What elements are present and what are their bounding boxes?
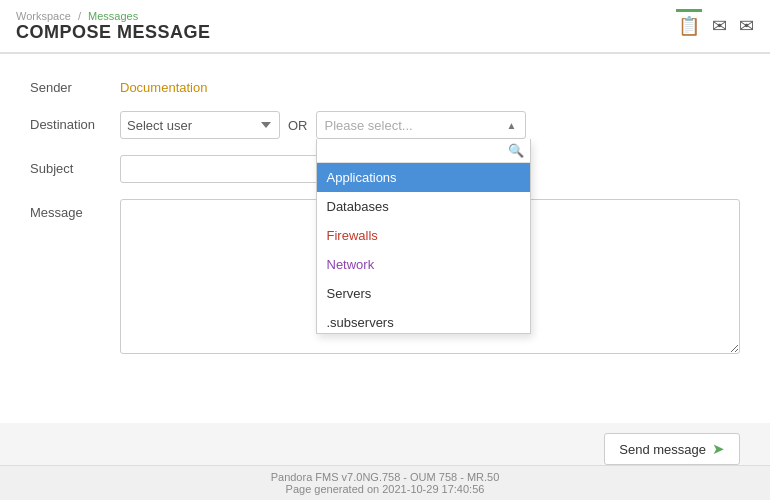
dropdown-item-servers[interactable]: Servers xyxy=(317,279,530,308)
select-user-dropdown[interactable]: Select user xyxy=(120,111,280,139)
sender-value: Documentation xyxy=(120,74,207,95)
outbox-icon[interactable]: ✉ xyxy=(739,17,754,35)
sender-row: Sender Documentation xyxy=(30,74,740,95)
subject-label: Subject xyxy=(30,155,120,176)
send-icon: ➤ xyxy=(712,440,725,458)
group-dropdown-placeholder: Please select... xyxy=(325,118,413,133)
top-bar-left: Workspace / Messages COMPOSE MESSAGE xyxy=(16,10,211,43)
sender-controls: Documentation xyxy=(120,74,740,95)
send-row: Send message ➤ xyxy=(0,423,770,465)
top-bar: Workspace / Messages COMPOSE MESSAGE 📋 ✉… xyxy=(0,0,770,54)
dropdown-panel: 🔍 Applications Databases Firewalls Netwo… xyxy=(316,139,531,334)
destination-row: Destination Select user OR Please select… xyxy=(30,111,740,139)
breadcrumb-sep: / xyxy=(78,10,81,22)
dropdown-arrow-icon: ▲ xyxy=(507,120,517,131)
page-title: COMPOSE MESSAGE xyxy=(16,22,211,43)
breadcrumb-workspace[interactable]: Workspace xyxy=(16,10,71,22)
dropdown-item-applications[interactable]: Applications xyxy=(317,163,530,192)
breadcrumb-current[interactable]: Messages xyxy=(88,10,138,22)
sender-label: Sender xyxy=(30,74,120,95)
or-label: OR xyxy=(288,118,308,133)
footer: Pandora FMS v7.0NG.758 - OUM 758 - MR.50… xyxy=(0,465,770,500)
group-dropdown-trigger[interactable]: Please select... ▲ xyxy=(316,111,526,139)
main-content: Sender Documentation Destination Select … xyxy=(0,54,770,423)
dropdown-search-input[interactable] xyxy=(323,144,508,158)
destination-controls: Select user OR Please select... ▲ 🔍 Appl… xyxy=(120,111,740,139)
destination-label: Destination xyxy=(30,111,120,132)
dropdown-item-network[interactable]: Network xyxy=(317,250,530,279)
dropdown-list: Applications Databases Firewalls Network… xyxy=(317,163,530,333)
footer-line1: Pandora FMS v7.0NG.758 - OUM 758 - MR.50 xyxy=(0,471,770,483)
dropdown-item-firewalls[interactable]: Firewalls xyxy=(317,221,530,250)
dropdown-item-databases[interactable]: Databases xyxy=(317,192,530,221)
breadcrumb: Workspace / Messages xyxy=(16,10,211,22)
send-message-button[interactable]: Send message ➤ xyxy=(604,433,740,465)
dropdown-item-subservers[interactable]: .subservers xyxy=(317,308,530,333)
send-button-label: Send message xyxy=(619,442,706,457)
compose-icon[interactable]: 📋 xyxy=(678,17,700,35)
inbox-icon[interactable]: ✉ xyxy=(712,17,727,35)
search-icon: 🔍 xyxy=(508,143,524,158)
top-bar-icons: 📋 ✉ ✉ xyxy=(678,17,754,35)
group-dropdown-wrap: Please select... ▲ 🔍 Applications Databa… xyxy=(316,111,526,139)
footer-line2: Page generated on 2021-10-29 17:40:56 xyxy=(0,483,770,495)
dropdown-search-row: 🔍 xyxy=(317,139,530,163)
message-label: Message xyxy=(30,199,120,220)
